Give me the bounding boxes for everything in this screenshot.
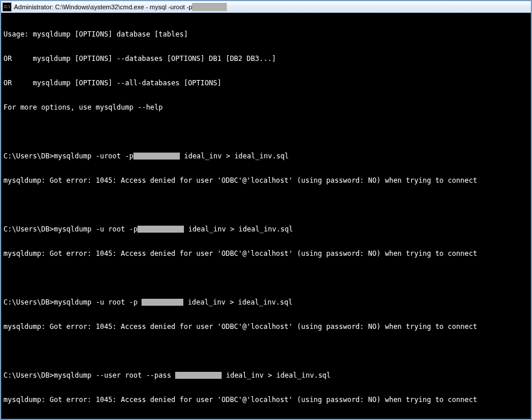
password-redaction [133, 153, 180, 160]
error-line: mysqldump: Got error: 1045: Access denie… [3, 176, 529, 184]
output-line [3, 274, 529, 282]
error-line: mysqldump: Got error: 1045: Access denie… [3, 323, 529, 331]
title-redaction [192, 3, 227, 11]
output-line: For more options, use mysqldump --help [3, 103, 529, 111]
cmd-line: C:\Users\DB>mysqldump --user root --pass… [3, 371, 529, 379]
error-line: mysqldump: Got error: 1045: Access denie… [3, 396, 529, 404]
terminal-output[interactable]: Usage: mysqldump [OPTIONS] database [tab… [1, 13, 531, 419]
error-line: mysqldump: Got error: 1045: Access denie… [3, 249, 529, 258]
cmd-line: C:\Users\DB>mysqldump -u root -p ideal_i… [3, 225, 529, 233]
output-line [3, 201, 529, 209]
cmd-line: C:\Users\DB>mysqldump -u root -p ideal_i… [3, 298, 529, 306]
cmd-line: C:\Users\DB>mysqldump -uroot -p ideal_in… [3, 152, 529, 160]
title-bar[interactable]: C:\ Administrator: C:\Windows\system32\c… [1, 1, 531, 13]
output-line [3, 128, 529, 136]
password-redaction [142, 299, 183, 306]
output-line: OR mysqldump [OPTIONS] --all-databases [… [3, 79, 529, 87]
window-title: Administrator: C:\Windows\system32\cmd.e… [14, 3, 192, 10]
password-redaction [175, 372, 222, 379]
cmd-icon: C:\ [2, 2, 12, 12]
cmd-window: C:\ Administrator: C:\Windows\system32\c… [0, 0, 532, 420]
output-line [3, 347, 529, 355]
password-redaction [137, 226, 184, 233]
output-line: OR mysqldump [OPTIONS] --databases [OPTI… [3, 55, 529, 63]
output-line: Usage: mysqldump [OPTIONS] database [tab… [3, 30, 529, 38]
